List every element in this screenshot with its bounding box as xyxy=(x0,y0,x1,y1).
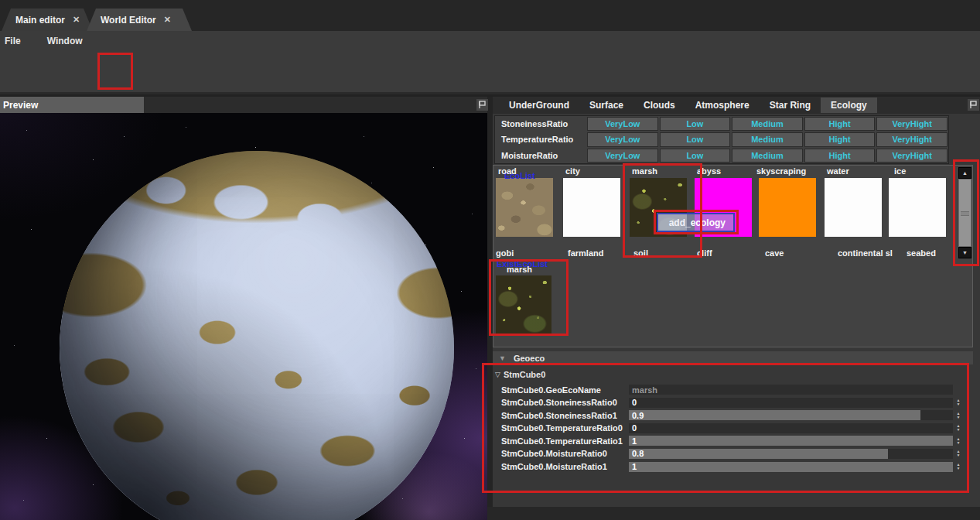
tab-clouds[interactable]: Clouds xyxy=(633,98,685,113)
add-ecology-button[interactable]: add_ecology xyxy=(657,213,735,232)
slider-fill xyxy=(629,449,888,459)
add-ecology-highlight xyxy=(658,214,687,231)
geoeconame-field[interactable]: marsh xyxy=(629,385,953,395)
tab-surface[interactable]: Surface xyxy=(579,98,633,113)
property-label: StmCube0.TemperatureRatio1 xyxy=(493,436,629,446)
scroll-down-button[interactable]: ▼ xyxy=(958,247,971,258)
field-value: 1 xyxy=(632,462,637,472)
eco-item-label-abyss: abyss xyxy=(697,166,721,176)
ratio-row-label: MoistureRatio xyxy=(495,148,586,163)
stmcube0-group-label: StmCube0 xyxy=(504,370,545,379)
tab-world-editor[interactable]: World Editor ✕ xyxy=(87,9,192,31)
field-value: 1 xyxy=(632,436,637,446)
exist-eco-swatch-marsh[interactable] xyxy=(496,275,551,334)
scroll-track[interactable] xyxy=(958,179,971,247)
temperature-verylow-button[interactable]: VeryLow xyxy=(587,132,658,146)
tab-main-editor-label: Main editor xyxy=(15,15,65,26)
temperature-hight-button[interactable]: Hight xyxy=(804,132,876,146)
eco-item-label-ice: ice xyxy=(894,166,906,176)
preview-strip: Preview xyxy=(0,97,487,113)
field-value: 0 xyxy=(632,423,637,433)
stoneinessratio0-field[interactable]: 0 xyxy=(629,398,953,408)
eco-item-label-cave: cave xyxy=(765,248,784,258)
value-spinner[interactable]: ▲▼ xyxy=(953,423,964,433)
close-icon[interactable]: ✕ xyxy=(164,15,171,25)
ratio-table: StoneinessRatio VeryLow Low Medium Hight… xyxy=(494,115,949,164)
geoeco-section-header[interactable]: ▼ Geoeco xyxy=(493,351,973,364)
moistureratio0-field[interactable]: 0.8 xyxy=(629,449,953,459)
tab-ecology[interactable]: Ecology xyxy=(821,98,877,113)
eco-item-label-seabed: seabed xyxy=(907,248,936,258)
slider-fill xyxy=(629,410,920,420)
stmcube0-properties: StmCube0.GeoEcoName marsh StmCube0.Stone… xyxy=(493,385,973,472)
planet-preview xyxy=(60,151,454,520)
menu-window[interactable]: Window xyxy=(47,36,83,46)
menu-file[interactable]: File xyxy=(5,36,21,46)
eco-swatch-water[interactable] xyxy=(825,178,882,237)
temperature-veryhight-button[interactable]: VeryHight xyxy=(876,132,948,146)
field-value: 0.8 xyxy=(632,449,644,459)
close-icon[interactable]: ✕ xyxy=(73,15,80,25)
temperatureratio1-field[interactable]: 1 xyxy=(629,436,953,446)
eco-swatch-road[interactable] xyxy=(496,178,553,237)
property-row-temperatureratio0: StmCube0.TemperatureRatio0 0 ▲▼ xyxy=(493,423,973,433)
stoneiness-verylow-button[interactable]: VeryLow xyxy=(587,117,658,131)
ratio-row-label: StoneinessRatio xyxy=(495,116,586,132)
preview-tab-label: Preview xyxy=(3,100,38,111)
toolbar xyxy=(0,51,980,94)
planet-shading xyxy=(60,151,454,520)
property-row-temperatureratio1: StmCube0.TemperatureRatio1 1 ▲▼ xyxy=(493,436,973,446)
temperature-low-button[interactable]: Low xyxy=(660,132,731,146)
tab-atmosphere[interactable]: Atmosphere xyxy=(685,98,760,113)
moisture-hight-button[interactable]: Hight xyxy=(804,149,876,162)
eco-swatch-ice[interactable] xyxy=(889,178,946,237)
dock-pin-icon[interactable] xyxy=(968,99,979,111)
value-spinner[interactable]: ▲▼ xyxy=(953,398,964,408)
moisture-low-button[interactable]: Low xyxy=(660,149,731,162)
eco-swatch-city[interactable] xyxy=(563,178,620,237)
value-spinner[interactable]: ▲▼ xyxy=(953,462,964,472)
stoneiness-hight-button[interactable]: Hight xyxy=(804,117,876,131)
value-spinner[interactable]: ▲▼ xyxy=(953,436,964,446)
panel-divider xyxy=(487,97,493,520)
temperature-ratio-row: TemperatureRatio VeryLow Low Medium High… xyxy=(495,132,948,147)
dock-pin-icon[interactable] xyxy=(476,99,488,111)
stoneinessratio1-field[interactable]: 0.9 xyxy=(629,410,953,420)
moisture-ratio-row: MoistureRatio VeryLow Low Medium Hight V… xyxy=(495,148,948,163)
moistureratio1-field[interactable]: 1 xyxy=(629,462,953,472)
tab-main-editor[interactable]: Main editor ✕ xyxy=(2,9,93,31)
tab-star-ring[interactable]: Star Ring xyxy=(760,98,821,113)
tab-underground[interactable]: UnderGround xyxy=(499,98,579,113)
moisture-medium-button[interactable]: Medium xyxy=(732,149,803,162)
exist-eco-item-label-marsh: marsh xyxy=(507,265,532,274)
field-value: 0.9 xyxy=(632,410,644,420)
panel-tab-bar: UnderGround Surface Clouds Atmosphere St… xyxy=(493,97,980,114)
vertical-scrollbar: ▲ ▼ xyxy=(958,167,971,258)
spinner-spacer xyxy=(953,385,964,395)
eco-item-label-farmland: farmland xyxy=(568,248,603,258)
panel-bottom-strip xyxy=(487,507,980,520)
stmcube0-group-header[interactable]: ▽ StmCube0 xyxy=(493,368,973,380)
value-spinner[interactable]: ▲▼ xyxy=(953,410,964,420)
temperature-medium-button[interactable]: Medium xyxy=(732,132,803,146)
eco-item-label-city: city xyxy=(565,166,580,176)
property-row-moistureratio1: StmCube0.MoistureRatio1 1 ▲▼ xyxy=(493,462,973,472)
eco-swatch-skyscraping[interactable] xyxy=(759,178,816,237)
eco-item-label-cliff: cliff xyxy=(697,248,712,258)
stoneiness-veryhight-button[interactable]: VeryHight xyxy=(876,117,948,131)
moisture-veryhight-button[interactable]: VeryHight xyxy=(876,149,948,162)
temperatureratio0-field[interactable]: 0 xyxy=(629,423,953,433)
property-row-geoeconame: StmCube0.GeoEcoName marsh xyxy=(493,385,973,395)
eco-item-label-continental-sl: continental sl xyxy=(838,248,893,258)
preview-tab[interactable]: Preview xyxy=(0,97,144,113)
collapse-triangle-icon: ▼ xyxy=(499,354,506,362)
stoneiness-low-button[interactable]: Low xyxy=(660,117,731,131)
stoneiness-medium-button[interactable]: Medium xyxy=(732,117,803,131)
preview-viewport[interactable] xyxy=(0,113,487,520)
value-spinner[interactable]: ▲▼ xyxy=(953,449,964,459)
moisture-verylow-button[interactable]: VeryLow xyxy=(587,149,658,162)
geoeco-header-label: Geoeco xyxy=(514,354,545,363)
scroll-grip xyxy=(961,211,969,216)
scroll-thumb[interactable] xyxy=(958,179,971,247)
scroll-up-button[interactable]: ▲ xyxy=(958,167,971,179)
